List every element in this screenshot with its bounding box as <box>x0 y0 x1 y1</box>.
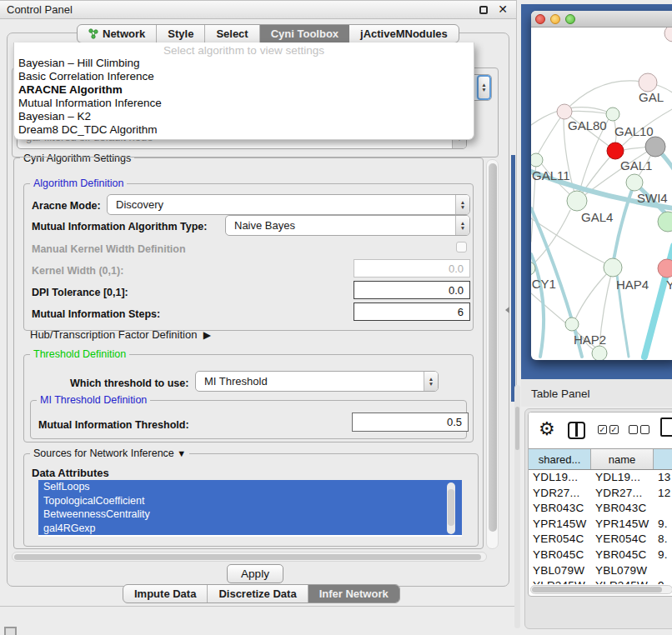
network-node[interactable] <box>645 137 665 157</box>
attributes-list-scrollbar[interactable] <box>447 482 455 534</box>
mi-steps-field[interactable]: 6 <box>354 302 470 321</box>
tab-select[interactable]: Select <box>205 25 259 42</box>
tab-cyni-toolbox[interactable]: Cyni Toolbox <box>260 25 349 42</box>
algorithm-option-mutual-information-inference[interactable]: Mutual Information Inference <box>14 97 474 110</box>
algorithm-option-bayesian-hill-climbing[interactable]: Bayesian – Hill Climbing <box>14 57 474 70</box>
tab-label: Select <box>216 28 248 40</box>
algorithm-option-bayesian-k2[interactable]: Bayesian – K2 <box>14 110 474 123</box>
node-label-gal1: GAL1 <box>620 158 652 172</box>
mi-threshold-field[interactable]: 0.5 <box>352 412 469 432</box>
column-header-name[interactable]: name <box>591 449 654 469</box>
which-threshold-combobox[interactable]: MI Threshold ▲▼ <box>195 371 439 392</box>
attribute-item-topologicalcoefficient[interactable]: TopologicalCoefficient <box>38 494 462 508</box>
gear-icon[interactable]: ⚙ <box>539 418 555 440</box>
table-cell: YDL19... <box>591 470 654 486</box>
algorithm-option-basic-correlation-inference[interactable]: Basic Correlation Inference <box>14 70 474 83</box>
network-node-gal10[interactable] <box>606 108 619 121</box>
unchecked-checkbox-icon[interactable] <box>629 425 638 434</box>
tab-label: jActiveMNodules <box>360 28 448 40</box>
manual-kernel-width-checkbox[interactable] <box>456 242 467 252</box>
algorithm-option-dream8-dc-tdc-algorithm[interactable]: Dream8 DC_TDC Algorithm <box>14 123 474 137</box>
table-row[interactable]: YER054CYER054C8. <box>529 532 672 548</box>
sources-group-title[interactable]: Sources for Network Inference ▼ <box>30 448 189 459</box>
network-node-swi4[interactable] <box>626 174 643 191</box>
table-horizontal-scrollbar[interactable] <box>530 585 672 594</box>
aracne-mode-combobox[interactable]: Discovery ▲▼ <box>107 194 470 215</box>
checked-checkbox-icon[interactable] <box>598 425 607 434</box>
threshold-definition-title: Threshold Definition <box>30 348 129 360</box>
network-edge[interactable] <box>531 218 605 263</box>
table-row[interactable]: YLR345WYLR345W9. <box>529 578 672 584</box>
apply-button[interactable]: Apply <box>227 564 283 583</box>
attribute-item-selfloops[interactable]: SelfLoops <box>38 480 462 494</box>
tab-impute-data[interactable]: Impute Data <box>123 585 208 602</box>
table-panel-header: Table Panel <box>521 379 672 407</box>
tab-discretize-data[interactable]: Discretize Data <box>208 585 308 602</box>
splitter-collapse-icon[interactable] <box>505 307 509 313</box>
network-canvas[interactable]: GALGAL80GAL10GAL1SWI4GAL11GAL4GCY1HAP4YH… <box>531 28 672 360</box>
columns-icon[interactable] <box>568 422 585 439</box>
combobox-stepper-icon[interactable]: ▲▼ <box>455 216 469 235</box>
settings-horizontal-scrollbar[interactable] <box>12 552 487 562</box>
table-row[interactable]: YPR145WYPR145W9. <box>529 517 672 532</box>
mi-threshold-group-title: MI Threshold Definition <box>37 394 150 406</box>
tab-style[interactable]: Style <box>157 25 205 42</box>
tab-infer-network[interactable]: Infer Network <box>308 585 399 602</box>
mi-steps-label: Mutual Information Steps: <box>32 308 160 320</box>
document-icon[interactable] <box>660 418 672 437</box>
node-label-gcy1: GCY1 <box>531 277 556 291</box>
checked-checkbox-icon[interactable] <box>609 425 619 434</box>
dpi-tolerance-field[interactable]: 0.0 <box>354 281 470 299</box>
network-node[interactable] <box>658 212 672 232</box>
network-node-gal[interactable] <box>639 73 657 92</box>
table-cell: YDL19... <box>529 470 591 486</box>
zoom-traffic-light-icon[interactable] <box>565 14 575 24</box>
expand-right-icon[interactable]: ▶ <box>203 329 211 341</box>
data-attributes-list[interactable]: SelfLoopsTopologicalCoefficientBetweenne… <box>38 480 462 537</box>
node-label-gal4: GAL4 <box>581 210 613 224</box>
network-node-gal80[interactable] <box>557 104 572 119</box>
kernel-width-field[interactable]: 0.0 <box>354 259 470 278</box>
float-window-icon[interactable] <box>479 6 488 14</box>
combobox-stepper-icon[interactable]: ▲▼ <box>424 372 438 391</box>
table-cell: YPR145W <box>591 517 654 532</box>
attribute-item-gal4rgexp[interactable]: gal4RGexp <box>38 522 462 536</box>
network-edge[interactable] <box>614 182 634 260</box>
network-node-hap2[interactable] <box>565 318 579 331</box>
hub-definition-toggle[interactable]: Hub/Transcription Factor Definition ▶ <box>30 328 211 341</box>
attribute-item-betweennesscentrality[interactable]: BetweennessCentrality <box>38 508 462 522</box>
tab-jactivemnodules[interactable]: jActiveMNodules <box>349 25 459 42</box>
close-icon[interactable]: ✕ <box>498 2 508 16</box>
collapse-down-icon[interactable]: ▼ <box>177 448 186 458</box>
network-node-gal11[interactable] <box>531 153 543 167</box>
column-header-shared[interactable]: shared... <box>529 449 591 469</box>
network-node[interactable] <box>592 346 607 360</box>
table-row[interactable]: YBL079WYBL079W <box>529 563 672 579</box>
tab-label: Style <box>168 28 193 40</box>
unchecked-checkbox-icon[interactable] <box>640 425 649 434</box>
minimize-traffic-light-icon[interactable] <box>550 14 560 24</box>
network-graph[interactable]: GALGAL80GAL10GAL1SWI4GAL11GAL4GCY1HAP4YH… <box>531 28 672 360</box>
network-node[interactable] <box>664 28 672 42</box>
combobox-stepper-icon[interactable]: ▲▼ <box>477 75 491 100</box>
dock-panel-icon[interactable] <box>4 627 17 635</box>
network-node-gal1[interactable] <box>607 142 624 159</box>
close-traffic-light-icon[interactable] <box>535 14 545 24</box>
network-node-hap4[interactable] <box>604 258 622 277</box>
table-row[interactable]: YBR043CYBR043C <box>529 501 672 517</box>
network-node-gal4[interactable] <box>567 191 587 211</box>
network-node-y[interactable] <box>658 259 672 278</box>
settings-vertical-scrollbar[interactable] <box>486 159 499 549</box>
table-row[interactable]: YDR27...YDR27...12 <box>529 486 672 502</box>
table-row[interactable]: YDL19...YDL19...13 <box>529 470 672 486</box>
network-window-titlebar[interactable] <box>531 11 672 28</box>
tab-network[interactable]: Network <box>78 25 157 42</box>
table-cell: YER054C <box>591 532 654 548</box>
combobox-stepper-icon[interactable]: ▲▼ <box>455 195 469 214</box>
table-card: ⚙ shared...name YDL19...YDL19...13YDR27.… <box>528 412 672 597</box>
mi-algorithm-type-combobox[interactable]: Naive Bayes ▲▼ <box>225 215 470 236</box>
algorithm-option-aracne-algorithm[interactable]: ARACNE Algorithm <box>14 83 474 97</box>
table-panel-scrollbar[interactable] <box>514 385 520 628</box>
table-row[interactable]: YBR045CYBR045C9. <box>529 548 672 563</box>
column-header-partial[interactable] <box>654 449 672 469</box>
